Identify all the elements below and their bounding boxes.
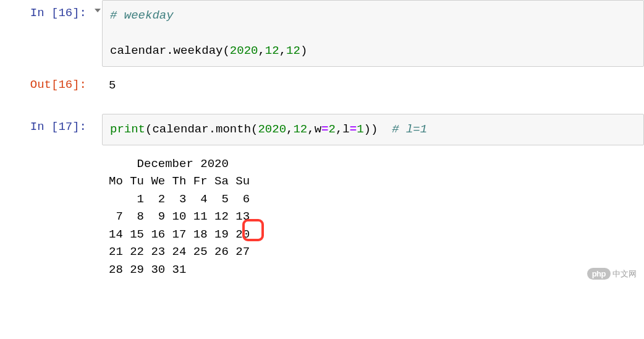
arg-day: 12 (286, 44, 300, 58)
watermark-logo: php (587, 268, 611, 280)
code-close: ) (300, 44, 307, 58)
input-prompt: In [17]: (0, 114, 93, 134)
arg-month: 12 (265, 44, 279, 58)
code-text: calendar.weekday( (110, 44, 230, 58)
calendar-text: December 2020 Mo Tu We Th Fr Sa Su 1 2 3… (109, 157, 250, 277)
arg-year: 2020 (230, 44, 258, 58)
arg-year: 2020 (258, 122, 286, 136)
code-input[interactable]: # weekday calendar.weekday(2020,12,12) (102, 0, 644, 67)
chevron-down-icon (94, 7, 101, 14)
kwarg-l-val: 1 (357, 122, 363, 136)
code-cell-16: In [16]: # weekday calendar.weekday(2020… (0, 0, 644, 67)
arg-month: 12 (293, 122, 307, 136)
trailing-comment: # l=1 (392, 122, 427, 136)
output-cell-16: Out[16]: 5 (0, 72, 644, 100)
calendar-output: December 2020 Mo Tu We Th Fr Sa Su 1 2 3… (93, 150, 644, 284)
code-comment: # weekday (110, 9, 174, 22)
input-prompt: In [16]: (0, 0, 93, 20)
code-close: )) (364, 122, 378, 136)
kwarg-w-key: w (315, 122, 321, 136)
watermark-text: 中文网 (612, 268, 637, 280)
kwarg-w-val: 2 (329, 122, 336, 136)
builtin-print: print (110, 122, 145, 136)
code-open: (calendar.month( (145, 122, 258, 136)
output-cell-17: December 2020 Mo Tu We Th Fr Sa Su 1 2 3… (0, 150, 644, 284)
collapse-toggle[interactable] (93, 0, 102, 14)
code-cell-17: In [17]: print(calendar.month(2020,12,w=… (0, 114, 644, 145)
watermark: php 中文网 (587, 268, 637, 280)
jupyter-notebook: In [16]: # weekday calendar.weekday(2020… (0, 0, 644, 283)
kwarg-l-key: l (342, 122, 349, 136)
output-value: 5 (93, 72, 644, 100)
equals-operator: = (350, 122, 357, 136)
equals-operator: = (321, 122, 328, 136)
collapse-spacer (93, 114, 102, 121)
output-prompt-empty (0, 150, 93, 157)
code-input[interactable]: print(calendar.month(2020,12,w=2,l=1)) #… (102, 114, 644, 145)
output-prompt: Out[16]: (0, 72, 93, 92)
